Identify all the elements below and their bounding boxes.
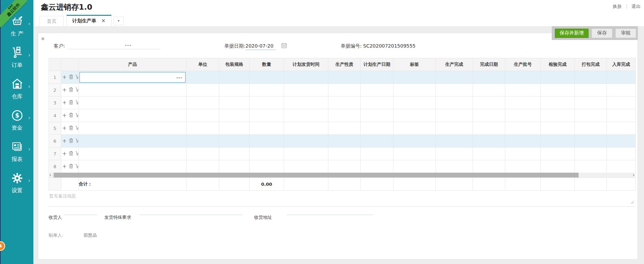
grid-cell[interactable] xyxy=(284,160,328,173)
tab-home[interactable]: 首页 xyxy=(40,16,64,26)
grid-cell[interactable] xyxy=(607,84,636,97)
grid-cell[interactable] xyxy=(328,122,361,135)
grid-cell[interactable] xyxy=(328,135,361,148)
grid-cell[interactable] xyxy=(473,135,505,148)
grid-cell[interactable] xyxy=(187,97,219,109)
grid-cell[interactable] xyxy=(187,148,219,160)
grid-cell[interactable] xyxy=(607,122,636,135)
grid-cell[interactable] xyxy=(505,97,541,109)
grid-cell[interactable] xyxy=(541,109,575,122)
grid-cell[interactable] xyxy=(187,160,219,173)
grid-cell[interactable] xyxy=(505,148,541,160)
grid-cell[interactable] xyxy=(473,84,505,97)
trash-icon[interactable] xyxy=(69,87,73,93)
grid-cell[interactable] xyxy=(250,148,284,160)
grid-cell[interactable] xyxy=(541,148,575,160)
grid-cell[interactable] xyxy=(393,97,436,109)
grid-cell[interactable] xyxy=(79,97,187,109)
grid-cell[interactable] xyxy=(575,160,607,173)
grid-cell[interactable] xyxy=(575,71,607,84)
sidebar-item-4[interactable]: $›资金 xyxy=(1,109,33,141)
grid-cell[interactable] xyxy=(505,160,541,173)
grid-cell[interactable] xyxy=(250,84,284,97)
grid-cell[interactable] xyxy=(607,71,636,84)
grid-cell[interactable] xyxy=(393,135,436,148)
grid-cell[interactable] xyxy=(219,97,250,109)
grid-cell[interactable] xyxy=(79,160,187,173)
trash-icon[interactable] xyxy=(69,74,73,80)
grid-cell[interactable] xyxy=(328,97,361,109)
grid-cell[interactable] xyxy=(250,135,284,148)
grid-cell[interactable] xyxy=(575,122,607,135)
grid-cell[interactable] xyxy=(328,109,361,122)
tab-plan-production-order[interactable]: 计划生产单 xyxy=(66,15,112,26)
plus-icon[interactable] xyxy=(62,138,67,144)
grid-cell[interactable] xyxy=(361,122,393,135)
grid-cell[interactable] xyxy=(393,160,436,173)
cart-icon[interactable] xyxy=(75,113,79,118)
plus-icon[interactable] xyxy=(62,125,67,131)
grid-cell[interactable] xyxy=(607,148,636,160)
plus-icon[interactable] xyxy=(62,163,67,170)
sidebar-item-6[interactable]: ›设置 xyxy=(1,172,33,203)
grid-cell[interactable] xyxy=(607,135,636,148)
remarks-textarea[interactable]: 暂无备注信息 xyxy=(49,192,635,207)
close-icon[interactable] xyxy=(101,18,106,24)
grid-cell[interactable] xyxy=(436,71,473,84)
product-input[interactable]: ... xyxy=(80,72,186,83)
grid-cell[interactable] xyxy=(79,84,187,97)
grid-cell[interactable] xyxy=(284,109,328,122)
grid-cell[interactable] xyxy=(505,71,541,84)
cart-icon[interactable] xyxy=(75,87,79,93)
save-button[interactable]: 保存 xyxy=(592,29,612,38)
trash-icon[interactable] xyxy=(69,125,73,131)
trash-icon[interactable] xyxy=(69,113,73,119)
grid-cell[interactable] xyxy=(473,109,505,122)
resize-grip-icon[interactable] xyxy=(631,199,634,205)
grid-cell[interactable] xyxy=(284,122,328,135)
audit-button[interactable]: 审核 xyxy=(615,29,636,38)
cart-icon[interactable] xyxy=(75,164,79,169)
product-picker-button[interactable]: ... xyxy=(176,74,182,79)
grid-cell[interactable] xyxy=(361,148,393,160)
grid-cell[interactable] xyxy=(250,122,284,135)
grid-cell[interactable] xyxy=(79,122,187,135)
trash-icon[interactable] xyxy=(69,164,73,170)
save-and-new-button[interactable]: 保存并新增 xyxy=(555,29,589,38)
grid-cell[interactable] xyxy=(284,97,328,109)
plus-icon[interactable] xyxy=(62,74,67,80)
calendar-icon[interactable] xyxy=(281,43,287,49)
grid-cell[interactable] xyxy=(436,97,473,109)
grid-cell[interactable] xyxy=(250,109,284,122)
grid-cell[interactable] xyxy=(541,84,575,97)
grid-cell[interactable] xyxy=(473,122,505,135)
grid-cell[interactable] xyxy=(250,160,284,173)
grid-cell[interactable] xyxy=(219,135,250,148)
grid-cell[interactable] xyxy=(505,109,541,122)
grid-cell[interactable] xyxy=(361,84,393,97)
sidebar-item-3[interactable]: ›仓库 xyxy=(1,78,33,109)
grid-cell[interactable] xyxy=(436,109,473,122)
special-requirements-input[interactable] xyxy=(140,209,243,215)
grid-cell[interactable] xyxy=(284,84,328,97)
grid-cell[interactable] xyxy=(436,148,473,160)
grid-cell[interactable] xyxy=(607,109,636,122)
grid-cell[interactable] xyxy=(473,97,505,109)
plus-icon[interactable] xyxy=(62,87,67,93)
grid-cell[interactable] xyxy=(607,160,636,173)
grid-cell[interactable] xyxy=(505,84,541,97)
grid-cell[interactable] xyxy=(393,109,436,122)
cart-icon[interactable] xyxy=(75,125,79,131)
date-input[interactable]: 2020-07-20 xyxy=(245,43,276,50)
sidebar-item-2[interactable]: ›订单 xyxy=(1,47,33,78)
scrollbar-thumb[interactable] xyxy=(54,173,579,177)
grid-cell[interactable] xyxy=(575,135,607,148)
grid-cell[interactable] xyxy=(393,148,436,160)
grid-cell[interactable] xyxy=(361,109,393,122)
grid-cell[interactable] xyxy=(473,160,505,173)
grid-cell[interactable] xyxy=(250,71,284,84)
grid-cell[interactable] xyxy=(187,109,219,122)
scroll-left-arrow[interactable] xyxy=(49,173,53,177)
grid-cell[interactable] xyxy=(219,71,250,84)
tab-dropdown-button[interactable] xyxy=(114,17,124,25)
